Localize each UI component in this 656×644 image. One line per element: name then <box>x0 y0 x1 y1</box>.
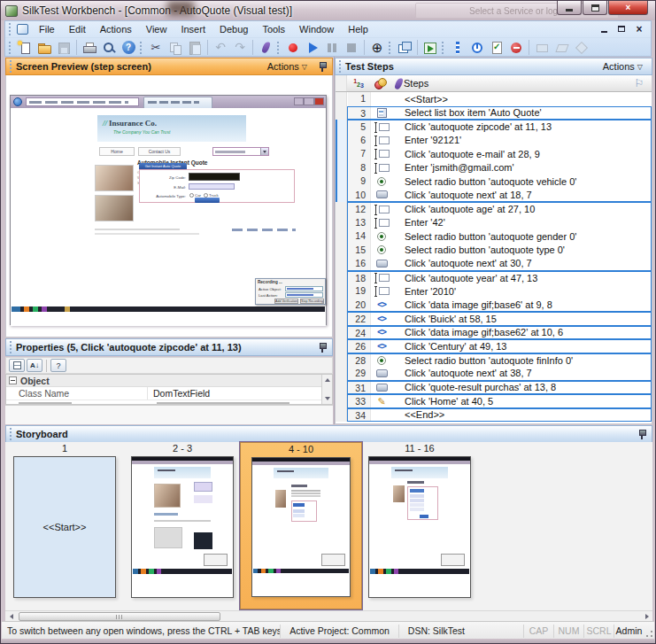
copy-button[interactable] <box>166 39 185 56</box>
menu-tools[interactable]: Tools <box>255 22 292 36</box>
alphabetical-sort-button[interactable]: A↓ <box>27 359 42 372</box>
row-selector[interactable] <box>336 339 347 353</box>
test-step-row-15[interactable]: 15Select radio button 'autoquote type 0' <box>336 244 652 258</box>
test-step-row-16[interactable]: 16Click 'autoquote next' at 30, 7 <box>336 257 652 271</box>
paste-button[interactable] <box>185 39 205 56</box>
row-selector[interactable] <box>336 175 347 189</box>
help-button[interactable]: ? <box>119 39 138 56</box>
pin-icon[interactable] <box>637 429 646 440</box>
preview-button[interactable] <box>99 39 119 56</box>
property-value[interactable]: DomTextField <box>148 387 332 400</box>
row-selector[interactable] <box>336 394 347 408</box>
menu-window[interactable]: Window <box>292 22 341 36</box>
panel-grip[interactable] <box>10 60 14 73</box>
resize-grip[interactable] <box>644 623 654 639</box>
row-selector[interactable] <box>336 120 347 134</box>
identify-button[interactable]: ⊕ <box>367 39 387 56</box>
verify-button[interactable] <box>487 39 506 56</box>
test-step-row-34[interactable]: 34<<End>> <box>336 408 652 423</box>
row-selector[interactable] <box>336 326 347 340</box>
menu-actions[interactable]: Actions <box>93 22 139 36</box>
row-selector[interactable] <box>336 312 347 326</box>
stop-button[interactable] <box>342 39 361 56</box>
test-step-row-29[interactable]: 29Click 'autoquote next' at 38, 7 <box>336 367 652 381</box>
test-step-row-1[interactable]: 1<<Start>> <box>336 92 652 106</box>
menu-debug[interactable]: Debug <box>212 22 255 36</box>
row-selector[interactable] <box>336 147 347 161</box>
open-button[interactable] <box>35 39 54 56</box>
collapse-icon[interactable] <box>9 376 17 384</box>
storyboard-thumb-4-10[interactable]: 4 - 10 <box>240 442 362 609</box>
play-button[interactable] <box>303 39 322 56</box>
menubar-grip[interactable] <box>9 23 13 35</box>
maximize-button[interactable] <box>583 1 607 15</box>
pin-icon[interactable] <box>318 342 327 353</box>
mdi-minimize-button[interactable] <box>598 23 610 35</box>
test-step-row-26[interactable]: 26<>Click 'Century' at 49, 13 <box>336 339 652 353</box>
test-step-row-24[interactable]: 24<>Click 'data image gif;base62' at 10,… <box>336 326 652 340</box>
record-button[interactable] <box>283 39 303 56</box>
menu-view[interactable]: View <box>139 22 174 36</box>
shape-rect-button[interactable] <box>532 39 552 56</box>
pin-icon[interactable] <box>318 61 327 73</box>
row-selector[interactable] <box>336 161 347 175</box>
panel-grip[interactable] <box>339 60 343 73</box>
test-step-row-10[interactable]: 10Click 'autoquote next' at 18, 7 <box>336 189 652 203</box>
undo-button[interactable]: ↶ <box>211 39 230 56</box>
block-button[interactable] <box>506 39 526 56</box>
storyboard-scrollbar[interactable] <box>5 610 652 621</box>
row-selector[interactable] <box>336 189 347 203</box>
panel-splitter[interactable] <box>334 57 335 424</box>
row-selector[interactable] <box>336 367 347 381</box>
row-selector[interactable] <box>336 202 347 216</box>
shape-para-button[interactable] <box>552 39 571 56</box>
close-button[interactable]: × <box>608 1 648 15</box>
redo-button[interactable]: ↷ <box>230 39 250 56</box>
row-selector[interactable] <box>336 408 347 423</box>
mdi-close-button[interactable]: × <box>633 23 645 35</box>
test-step-row-5[interactable]: 5Click 'autoquote zipcode' at 11, 13 <box>336 120 652 134</box>
row-selector[interactable] <box>336 92 347 106</box>
row-selector[interactable] <box>336 216 347 230</box>
visualtest-button[interactable] <box>256 39 275 56</box>
storyboard-thumb-1[interactable]: 1<<Start>> <box>13 442 116 598</box>
scrollbar-thumb[interactable] <box>19 612 220 621</box>
pause-button[interactable] <box>322 39 342 56</box>
test-steps-actions-button[interactable]: Actions▽ <box>599 60 646 73</box>
storyboard-thumb-11-16[interactable]: 11 - 16 <box>368 442 471 598</box>
test-step-row-22[interactable]: 22<>Click 'Buick' at 58, 15 <box>336 312 652 326</box>
categorized-button[interactable] <box>9 359 25 372</box>
test-step-row-3[interactable]: 3Select list box item 'Auto Quote' <box>336 106 652 120</box>
menu-help[interactable]: Help <box>341 22 375 36</box>
row-selector[interactable] <box>336 229 347 244</box>
test-step-row-31[interactable]: 31Click 'quote-result purchas' at 13, 8 <box>336 381 652 395</box>
menu-insert[interactable]: Insert <box>174 22 212 36</box>
panel-grip[interactable] <box>10 341 14 353</box>
storyboard-thumb-2-3[interactable]: 2 - 3 <box>131 442 234 598</box>
windows-button[interactable] <box>395 39 414 56</box>
row-selector[interactable] <box>336 271 347 285</box>
test-step-row-28[interactable]: 28Select radio button 'autoquote finInfo… <box>336 353 652 368</box>
row-selector[interactable] <box>336 353 347 368</box>
mdi-restore-button[interactable] <box>615 23 628 35</box>
steps-button[interactable] <box>448 39 467 56</box>
minimize-button[interactable] <box>557 1 582 15</box>
properties-scrollbar[interactable] <box>321 375 332 404</box>
test-step-row-9[interactable]: 9Select radio button 'autoquote vehicle … <box>336 175 652 189</box>
row-selector[interactable] <box>336 381 347 395</box>
new-button[interactable] <box>15 39 35 56</box>
test-step-row-6[interactable]: 6Enter '92121' <box>336 134 652 148</box>
property-row[interactable]: Class NameDomTextField <box>6 387 332 400</box>
property-group-row[interactable]: Object <box>6 375 332 387</box>
test-step-row-7[interactable]: 7Click 'autoquote e-mail' at 28, 9 <box>336 147 652 161</box>
panel-grip[interactable] <box>10 428 14 440</box>
test-step-row-14[interactable]: 14Select radio button 'autoquote gender … <box>336 229 652 244</box>
test-step-row-33[interactable]: 33✎Click 'Home' at 40, 5 <box>336 394 652 408</box>
property-help-button[interactable]: ? <box>50 359 66 372</box>
test-step-row-19[interactable]: 19Enter '2010' <box>336 284 652 299</box>
row-selector[interactable] <box>336 106 347 120</box>
export-button[interactable] <box>421 39 440 56</box>
test-step-row-18[interactable]: 18Click 'autoquote year' at 47, 13 <box>336 271 652 285</box>
row-selector[interactable] <box>336 299 347 313</box>
test-steps-column-header[interactable]: 123 Steps ⚐ <box>336 75 652 92</box>
